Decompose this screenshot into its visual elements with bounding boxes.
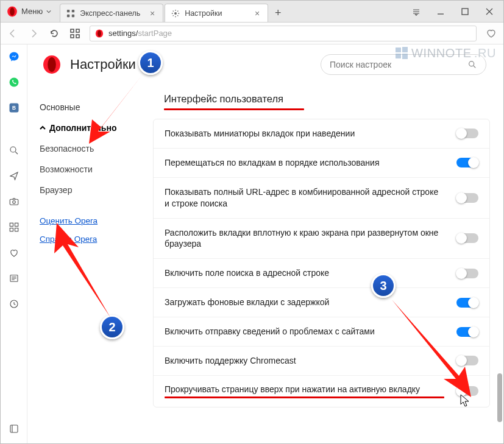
toggle-switch[interactable] <box>456 158 478 167</box>
reload-button[interactable] <box>48 27 60 40</box>
scrollbar[interactable] <box>497 166 502 422</box>
toggle-switch[interactable] <box>456 269 478 278</box>
whatsapp-icon[interactable] <box>8 76 20 88</box>
nav-security[interactable]: Безопасность <box>40 138 142 159</box>
svg-point-29 <box>469 62 474 66</box>
opera-logo-icon <box>95 29 104 38</box>
svg-rect-4 <box>67 14 69 16</box>
tab-close-button[interactable]: × <box>253 9 261 18</box>
tab-settings[interactable]: Настройки × <box>165 4 268 22</box>
setting-row: Расположить вкладки вплотную к краю экра… <box>154 219 489 259</box>
toolbar: settings/startPage <box>1 23 503 44</box>
toggle-switch[interactable] <box>456 386 478 396</box>
tab-speed-dial[interactable]: Экспресс-панель × <box>60 4 163 22</box>
snapshot-icon[interactable] <box>8 196 20 208</box>
address-bar[interactable]: settings/startPage <box>90 26 477 41</box>
windows-logo-icon <box>394 46 409 60</box>
svg-rect-3 <box>72 9 74 12</box>
toggle-switch[interactable] <box>456 233 478 243</box>
setting-row: Показывать полный URL-адрес в комбиниров… <box>154 178 489 219</box>
settings-nav: Основные Дополнительно Безопасность Возм… <box>27 85 148 443</box>
svg-rect-26 <box>10 425 18 432</box>
scrollbar-thumb[interactable] <box>497 373 502 422</box>
my-flow-icon[interactable] <box>8 170 20 182</box>
svg-rect-7 <box>462 9 468 15</box>
side-rail: B <box>1 44 27 443</box>
chevron-down-icon <box>46 9 51 14</box>
watermark-brand: WINNOTE <box>411 46 472 60</box>
opera-logo-icon <box>42 55 62 74</box>
setting-label: Перемещаться по вкладкам в порядке испол… <box>165 157 456 169</box>
content-area: B Настройки Основные Допо <box>1 44 503 443</box>
svg-rect-8 <box>71 29 74 32</box>
nav-help[interactable]: Справка Opera <box>40 230 142 248</box>
search-icon[interactable] <box>8 144 20 157</box>
svg-rect-5 <box>72 14 74 16</box>
page-title: Настройки <box>70 57 136 72</box>
nav-advanced-label: Дополнительно <box>49 123 116 133</box>
svg-rect-30 <box>396 48 401 52</box>
setting-label: Включить отправку сведений о проблемах с… <box>165 326 456 337</box>
svg-point-28 <box>48 57 56 72</box>
svg-point-1 <box>10 7 15 16</box>
history-icon[interactable] <box>8 298 20 310</box>
search-icon <box>467 60 477 69</box>
url-tail: startPage <box>138 29 172 38</box>
settings-main: Интерфейс пользователя Показывать миниат… <box>148 85 503 443</box>
svg-rect-31 <box>402 47 408 52</box>
nav-forward-button[interactable] <box>27 27 40 40</box>
new-tab-button[interactable]: + <box>269 4 286 22</box>
url-base: settings/ <box>108 29 138 38</box>
speed-dial-rail-icon[interactable] <box>8 221 20 233</box>
nav-back-button[interactable] <box>7 27 19 40</box>
watermark-ext: .RU <box>474 46 496 60</box>
setting-row: Загружать фоновые вкладки с задержкой <box>154 288 489 317</box>
search-input[interactable] <box>330 60 467 69</box>
svg-point-14 <box>9 78 18 87</box>
nav-advanced[interactable]: Дополнительно <box>40 118 142 138</box>
toggle-switch[interactable] <box>456 298 478 308</box>
section-title: Интерфейс пользователя <box>153 91 294 108</box>
nav-rate[interactable]: Оценить Opera <box>40 211 142 230</box>
bookmark-button[interactable] <box>485 27 497 40</box>
speed-dial-button[interactable] <box>69 27 81 40</box>
setting-label: Включить поддержку Chromecast <box>165 355 456 367</box>
annotation-underline <box>164 108 304 110</box>
window-menu-button[interactable] <box>410 5 423 18</box>
svg-rect-22 <box>10 228 13 231</box>
setting-label: Включить поле поиска в адресной строке <box>165 267 456 279</box>
toggle-switch[interactable] <box>456 129 478 138</box>
minimize-button[interactable] <box>434 5 447 18</box>
svg-point-6 <box>174 12 177 15</box>
watermark: WINNOTE.RU <box>394 46 496 60</box>
tab-close-button[interactable]: × <box>148 9 157 18</box>
nav-features[interactable]: Возможности <box>40 159 142 180</box>
setting-row: Перемещаться по вкладкам в порядке испол… <box>154 149 489 178</box>
nav-basic[interactable]: Основные <box>40 97 142 118</box>
tab-label: Настройки <box>185 9 253 18</box>
close-button[interactable] <box>483 5 496 18</box>
setting-row: Включить поддержку Chromecast <box>154 347 489 376</box>
news-icon[interactable] <box>8 272 20 284</box>
vk-icon[interactable]: B <box>8 102 20 114</box>
svg-rect-32 <box>396 54 401 58</box>
svg-rect-21 <box>15 223 18 226</box>
setting-row: Прокручивать страницу вверх при нажатии … <box>154 376 489 407</box>
opera-logo-icon <box>7 6 18 17</box>
sidebar-settings-icon[interactable] <box>8 423 20 435</box>
nav-browser[interactable]: Браузер <box>40 180 142 200</box>
toggle-switch[interactable] <box>456 193 478 203</box>
app-menu-button[interactable]: Меню <box>1 1 57 22</box>
chevron-up-icon <box>40 125 46 131</box>
settings-body: Основные Дополнительно Безопасность Возм… <box>27 85 503 443</box>
toggle-switch[interactable] <box>456 356 478 365</box>
messenger-icon[interactable] <box>8 51 20 63</box>
tab-label: Экспресс-панель <box>80 9 148 18</box>
bookmarks-icon[interactable] <box>8 247 20 259</box>
title-bar: Меню Экспресс-панель × Настройки × + <box>1 1 503 23</box>
tab-strip: Экспресс-панель × Настройки × + <box>60 1 286 22</box>
setting-label: Прокручивать страницу вверх при нажатии … <box>165 384 456 398</box>
maximize-button[interactable] <box>458 5 472 18</box>
toggle-switch[interactable] <box>456 327 478 337</box>
window-controls <box>410 1 503 22</box>
